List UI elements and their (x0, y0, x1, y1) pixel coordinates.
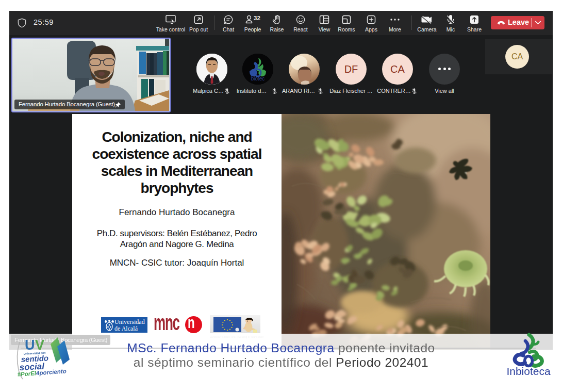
svg-text:biotec: biotec (251, 76, 265, 81)
svg-text:32: 32 (254, 15, 260, 21)
svg-text:Inbioteca: Inbioteca (506, 365, 551, 377)
svg-text:V: V (35, 337, 44, 353)
svg-text:U: U (25, 337, 35, 353)
